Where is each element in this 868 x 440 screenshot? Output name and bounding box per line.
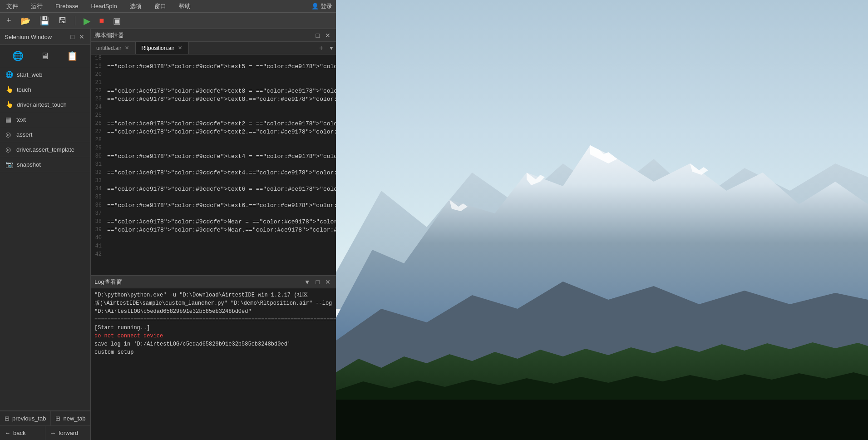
- log-line: "D:\python\python.exe" -u "D:\Download\A…: [94, 291, 332, 316]
- line-number: 19: [91, 63, 107, 70]
- stop-button[interactable]: ■: [97, 15, 107, 26]
- assert-icon: ◎: [5, 131, 13, 138]
- code-line: 20: [91, 71, 336, 79]
- sidebar-nav-row: ← back → forward: [0, 425, 90, 440]
- sidebar-float-button[interactable]: □: [69, 33, 76, 41]
- log-area: Log查看窗 ▼ □ ✕ "D:\python\python.exe" -u "…: [91, 276, 336, 440]
- menu-headspin[interactable]: HeadSpin: [89, 2, 120, 10]
- line-number: 37: [91, 210, 107, 218]
- previous-tab-label: previous_tab: [12, 415, 46, 422]
- menu-firebase[interactable]: Firebase: [53, 2, 81, 10]
- editor-title: 脚本编辑器: [94, 31, 314, 40]
- back-icon: ←: [5, 430, 10, 436]
- editor-tab-rltposition[interactable]: Rltposition.air ✕: [136, 42, 189, 54]
- line-number: 20: [91, 71, 107, 79]
- code-line: 33: [91, 177, 336, 185]
- sidebar-forward-item[interactable]: → forward: [45, 425, 90, 440]
- code-line: 23=="color:#ce9178">"color:#9cdcfe">text…: [91, 95, 336, 104]
- tab-untitled-label: untitled.air: [96, 45, 121, 51]
- log-close-button[interactable]: ✕: [323, 278, 332, 286]
- menu-run[interactable]: 运行: [28, 1, 45, 11]
- line-content: =="color:#ce9178">"color:#9cdcfe">text6 …: [107, 186, 336, 193]
- editor-area: 脚本编辑器 □ ✕ untitled.air ✕ Rltposition.air: [91, 29, 336, 276]
- sidebar-title: Selenium Window □ ✕: [0, 29, 90, 45]
- editor-titlebar: 脚本编辑器 □ ✕: [91, 29, 336, 42]
- sidebar-item-driver-assert-template[interactable]: ◎ driver.assert_template: [0, 142, 90, 157]
- sidebar-item-touch-label: touch: [17, 86, 31, 93]
- sidebar-item-text-label: text: [16, 116, 26, 123]
- code-line: 21: [91, 79, 336, 87]
- text-icon: ▦: [5, 116, 13, 123]
- line-number: 36: [91, 202, 107, 209]
- line-number: 26: [91, 120, 107, 128]
- line-number: 29: [91, 145, 107, 152]
- sidebar-new-tab-item[interactable]: ⊞ new_tab: [51, 411, 90, 425]
- login-button[interactable]: 👤 登录: [311, 2, 332, 10]
- sidebar-item-snapshot[interactable]: 📷 snapshot: [0, 157, 90, 172]
- log-titlebar: Log查看窗 ▼ □ ✕: [91, 276, 336, 288]
- code-line: 40: [91, 234, 336, 242]
- line-number: 38: [91, 218, 107, 226]
- line-number: 24: [91, 104, 107, 111]
- code-line: 18: [91, 54, 336, 63]
- sidebar-item-airtest-touch-label: driver.airtest_touch: [17, 101, 67, 108]
- menu-options[interactable]: 选项: [127, 1, 144, 11]
- line-content: =="color:#ce9178">"color:#9cdcfe">text5 …: [107, 63, 336, 70]
- svg-rect-10: [336, 400, 868, 440]
- sidebar-close-button[interactable]: ✕: [78, 33, 86, 41]
- log-filter-button[interactable]: ▼: [302, 278, 312, 286]
- sidebar-item-assert[interactable]: ◎ assert: [0, 127, 90, 142]
- line-number: 41: [91, 243, 107, 250]
- record-button[interactable]: ▣: [110, 15, 123, 27]
- editor-tab-untitled[interactable]: untitled.air ✕: [91, 42, 136, 54]
- code-line: 38=="color:#ce9178">"color:#9cdcfe">Near…: [91, 218, 336, 226]
- line-number: 35: [91, 194, 107, 201]
- new-file-button[interactable]: +: [4, 15, 14, 26]
- sidebar-device-button[interactable]: 🖥: [39, 49, 51, 63]
- sidebar-item-driver-airtest-touch[interactable]: 👆 driver.airtest_touch: [0, 97, 90, 112]
- sidebar-item-touch[interactable]: 👆 touch: [0, 82, 90, 97]
- code-editor[interactable]: 1819=="color:#ce9178">"color:#9cdcfe">te…: [91, 54, 336, 275]
- sidebar-previous-tab-item[interactable]: ⊞ previous_tab: [0, 411, 51, 425]
- line-content: =="color:#ce9178">"color:#9cdcfe">text4.…: [107, 169, 336, 177]
- sidebar-item-start-web[interactable]: 🌐 start_web: [0, 67, 90, 82]
- line-number: 30: [91, 153, 107, 160]
- forward-icon: →: [50, 430, 56, 436]
- code-line: 24: [91, 104, 336, 112]
- line-number: 18: [91, 55, 107, 62]
- tab-untitled-close[interactable]: ✕: [124, 45, 130, 51]
- background-panel: [336, 0, 868, 440]
- sidebar-item-text[interactable]: ▦ text: [0, 112, 90, 127]
- open-file-button[interactable]: 📂: [18, 15, 33, 27]
- menu-file[interactable]: 文件: [4, 1, 21, 11]
- add-tab-button[interactable]: +: [316, 44, 327, 52]
- tab-dropdown-button[interactable]: ▼: [327, 45, 336, 51]
- save-file-button[interactable]: 💾: [37, 15, 52, 27]
- menu-window[interactable]: 窗口: [152, 1, 169, 11]
- editor-close-button[interactable]: ✕: [323, 31, 332, 40]
- line-number: 33: [91, 178, 107, 185]
- line-content: =="color:#ce9178">"color:#9cdcfe">text8.…: [107, 96, 336, 103]
- log-title: Log查看窗: [94, 278, 302, 286]
- tab-rltposition-close[interactable]: ✕: [177, 45, 183, 51]
- line-number: 32: [91, 169, 107, 177]
- run-button[interactable]: ▶: [81, 15, 93, 27]
- sidebar-web-button[interactable]: 🌐: [10, 49, 25, 63]
- menu-help[interactable]: 帮助: [176, 1, 193, 11]
- line-number: 40: [91, 235, 107, 242]
- line-content: =="color:#ce9178">"color:#9cdcfe">text2.…: [107, 129, 336, 136]
- back-label: back: [13, 430, 25, 436]
- sidebar-tab-row: ⊞ previous_tab ⊞ new_tab: [0, 411, 90, 425]
- save-as-button[interactable]: 🖫: [56, 15, 69, 26]
- line-number: 39: [91, 227, 107, 234]
- sidebar-controls: 🌐 🖥 📋: [0, 45, 90, 67]
- sidebar-item-start-web-label: start_web: [17, 71, 42, 78]
- log-float-button[interactable]: □: [314, 278, 321, 286]
- save-icon: 💾: [39, 16, 49, 26]
- touch-icon: 👆: [5, 86, 13, 93]
- sidebar-back-item[interactable]: ← back: [0, 425, 45, 440]
- editor-float-button[interactable]: □: [314, 31, 321, 40]
- sidebar-template-button[interactable]: 📋: [65, 49, 80, 63]
- code-line: 32=="color:#ce9178">"color:#9cdcfe">text…: [91, 169, 336, 177]
- log-content: "D:\python\python.exe" -u "D:\Download\A…: [91, 288, 336, 440]
